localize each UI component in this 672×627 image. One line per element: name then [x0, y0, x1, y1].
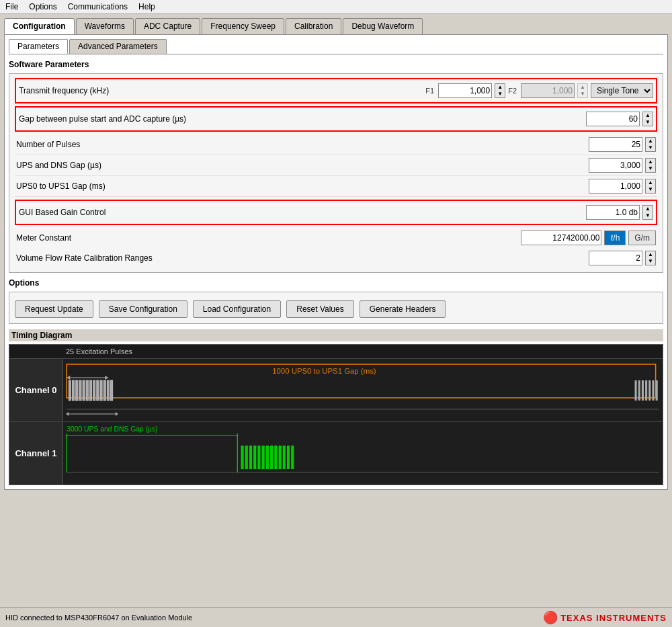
channel-1-content: 3000 UPS and DNS Gap (µs)	[63, 422, 663, 485]
ups0-ups1-row: UPS0 to UPS1 Gap (ms) ▲ ▼	[15, 176, 657, 197]
channel-1-row: Channel 1 3000 UPS and DNS Gap (µs)	[9, 421, 663, 485]
f1-spinner-down[interactable]: ▼	[495, 91, 505, 97]
ti-text: Texas Instruments	[560, 613, 667, 623]
unit-gm-button[interactable]: G/m	[628, 231, 656, 245]
ups0-ups1-label: UPS0 to UPS1 Gap (ms)	[16, 181, 589, 191]
f1-label: F1	[425, 87, 434, 95]
svg-rect-22	[645, 380, 647, 401]
vol-flow-down[interactable]: ▼	[646, 258, 655, 265]
request-update-button[interactable]: Request Update	[15, 300, 93, 318]
svg-rect-37	[249, 446, 252, 469]
ups0-ups1-down[interactable]: ▼	[646, 186, 655, 193]
f1-spinner-up[interactable]: ▲	[495, 84, 505, 91]
svg-marker-27	[66, 412, 69, 416]
f2-spinner-down: ▼	[578, 91, 587, 97]
vol-flow-controls: ▲ ▼	[589, 251, 656, 265]
menu-file[interactable]: File	[5, 2, 18, 11]
ups0-ups1-input[interactable]	[589, 179, 642, 194]
meter-constant-input[interactable]	[521, 231, 601, 245]
gap-pulse-spinner-down[interactable]: ▼	[643, 119, 653, 126]
ups-dns-spinner[interactable]: ▲ ▼	[645, 158, 656, 173]
svg-rect-7	[76, 380, 78, 401]
channel-0-label: Channel 0	[9, 359, 63, 421]
svg-rect-47	[291, 446, 294, 469]
ups-dns-input[interactable]	[589, 158, 642, 173]
svg-rect-42	[270, 446, 273, 469]
meter-constant-controls: ℓ/h G/m	[521, 231, 656, 245]
svg-rect-44	[278, 446, 281, 469]
options-buttons: Request Update Save Configuration Load C…	[15, 295, 657, 321]
sub-tab-parameters[interactable]: Parameters	[9, 39, 68, 54]
svg-rect-9	[83, 380, 85, 401]
ti-logo: 🔴 Texas Instruments	[543, 610, 667, 625]
gui-gain-up[interactable]: ▲	[643, 206, 653, 212]
svg-rect-41	[266, 446, 269, 469]
svg-rect-20	[638, 380, 640, 401]
gui-gain-down[interactable]: ▼	[643, 212, 653, 219]
tab-waveforms[interactable]: Waveforms	[76, 18, 134, 34]
sub-tab-advanced-parameters[interactable]: Advanced Parameters	[69, 39, 167, 54]
load-config-button[interactable]: Load Configuration	[193, 300, 281, 318]
software-params-header: Software Parameters	[9, 60, 663, 69]
ups0-ups1-up[interactable]: ▲	[646, 179, 655, 186]
ups0-ups1-spinner[interactable]: ▲ ▼	[645, 179, 656, 194]
vol-flow-up[interactable]: ▲	[646, 251, 655, 258]
vol-flow-input[interactable]	[589, 251, 642, 265]
gui-gain-input[interactable]	[586, 205, 640, 220]
ti-icon: 🔴	[543, 610, 558, 625]
menu-bar: File Options Communications Help	[0, 0, 672, 14]
svg-text:3000 UPS and DNS Gap (µs): 3000 UPS and DNS Gap (µs)	[67, 425, 157, 433]
vol-flow-row: Volume Flow Rate Calibration Ranges ▲ ▼	[15, 248, 657, 268]
tab-frequency-sweep[interactable]: Frequency Sweep	[202, 18, 284, 34]
channel-1-waveform: 3000 UPS and DNS Gap (µs)	[63, 422, 663, 483]
f1-spinner[interactable]: ▲ ▼	[495, 83, 505, 98]
gap-pulse-input[interactable]	[586, 112, 640, 126]
gap-pulse-row: Gap between pulse start and ADC capture …	[15, 106, 657, 132]
gui-gain-label: GUI Based Gain Control	[19, 208, 586, 217]
tone-select[interactable]: Single Tone Dual Tone	[591, 83, 653, 98]
svg-rect-13	[97, 380, 99, 401]
gui-gain-controls: ▲ ▼	[586, 205, 653, 220]
generate-headers-button[interactable]: Generate Headers	[360, 300, 446, 318]
gap-pulse-spinner-up[interactable]: ▲	[643, 112, 653, 119]
excitation-pulses-label: 25 Excitation Pulses	[66, 347, 132, 356]
f1-input[interactable]	[438, 83, 492, 98]
tab-debug-waveform[interactable]: Debug Waveform	[343, 18, 423, 34]
gap-pulse-inner: Gap between pulse start and ADC capture …	[17, 109, 655, 129]
svg-rect-35	[241, 446, 243, 469]
svg-rect-15	[103, 380, 106, 401]
vol-flow-spinner[interactable]: ▲ ▼	[645, 251, 656, 265]
ups-dns-down[interactable]: ▼	[646, 165, 655, 172]
gap-pulse-controls: ▲ ▼	[586, 112, 653, 126]
ups-dns-controls: ▲ ▼	[589, 158, 656, 173]
num-pulses-input[interactable]	[589, 137, 642, 152]
menu-help[interactable]: Help	[138, 2, 155, 11]
channel-0-row: Channel 0 1000 UPS0 to UPS1 Gap (ms)	[9, 358, 663, 421]
svg-rect-23	[648, 380, 650, 401]
tab-calibration[interactable]: Calibration	[286, 18, 341, 34]
svg-rect-5	[69, 380, 71, 401]
f2-spinner-up: ▲	[578, 84, 587, 91]
meter-constant-label: Meter Constant	[16, 233, 521, 243]
reset-values-button[interactable]: Reset Values	[286, 300, 353, 318]
tab-adc-capture[interactable]: ADC Capture	[135, 18, 200, 34]
timing-header: Timing Diagram	[9, 329, 663, 341]
num-pulses-controls: ▲ ▼	[589, 137, 656, 152]
num-pulses-up[interactable]: ▲	[646, 138, 655, 144]
timing-diagram: 25 Excitation Pulses Channel 0 1000 UPS0…	[9, 344, 663, 485]
sub-tab-bar: Parameters Advanced Parameters	[9, 39, 663, 54]
tab-configuration[interactable]: Configuration	[4, 18, 75, 34]
svg-rect-21	[642, 380, 644, 401]
unit-lh-button[interactable]: ℓ/h	[604, 231, 626, 245]
ups0-ups1-controls: ▲ ▼	[589, 179, 656, 194]
num-pulses-spinner[interactable]: ▲ ▼	[645, 137, 656, 152]
num-pulses-down[interactable]: ▼	[646, 144, 655, 151]
menu-options[interactable]: Options	[29, 2, 56, 11]
gui-gain-spinner[interactable]: ▲ ▼	[642, 205, 653, 220]
gap-pulse-spinner[interactable]: ▲ ▼	[642, 112, 653, 126]
menu-communications[interactable]: Communications	[68, 2, 128, 11]
save-config-button[interactable]: Save Configuration	[99, 300, 187, 318]
transmit-freq-inner: Transmit frequency (kHz) F1 ▲ ▼ F2 ▲ ▼	[17, 81, 655, 101]
svg-marker-28	[116, 412, 118, 416]
ups-dns-up[interactable]: ▲	[646, 159, 655, 165]
